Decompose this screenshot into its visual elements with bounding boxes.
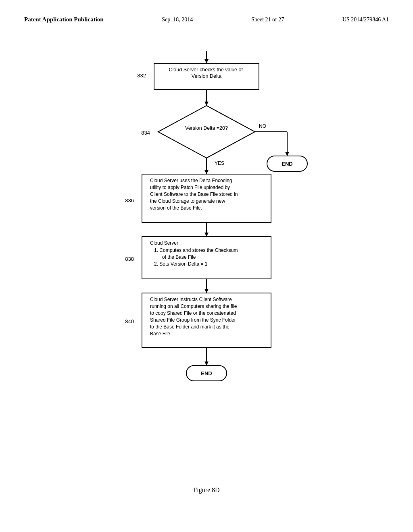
svg-marker-9 [204,170,209,174]
patent-number: US 2014/279846 A1 [342,17,389,23]
label-834: 834 [141,130,150,136]
label-832: 832 [137,73,146,79]
publication-title: Patent Application Publication [24,16,104,23]
page-header: Patent Application Publication Sep. 18, … [24,16,389,23]
publication-date: Sep. 18, 2014 [162,17,193,23]
node-834-text: Version Delta =20? [185,125,228,131]
svg-marker-4 [204,102,209,106]
end-label-right: END [282,161,292,167]
flowchart-svg: Cloud Server checks the value of Version… [69,47,344,470]
yes-label: YES [215,160,224,166]
node-834-shape [158,106,255,158]
svg-marker-7 [285,152,289,156]
svg-marker-12 [204,233,209,237]
label-836: 836 [125,197,134,204]
label-840: 840 [125,318,134,324]
svg-marker-1 [204,59,209,63]
diagram-area: Cloud Server checks the value of Version… [24,47,389,470]
svg-marker-15 [204,289,209,293]
end-label-bottom: END [201,370,212,376]
no-label: NO [259,123,266,129]
figure-label: Figure 8D [24,486,389,494]
label-838: 838 [125,256,134,262]
svg-marker-18 [204,362,209,366]
sheet-info: Sheet 21 of 27 [251,17,284,23]
page: Patent Application Publication Sep. 18, … [0,0,413,532]
